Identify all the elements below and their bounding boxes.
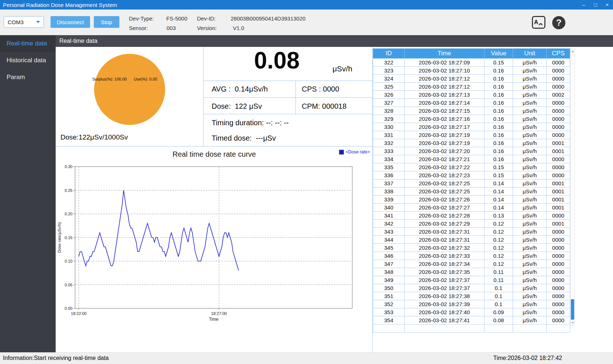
table-header-row: IDTimeValueUnitCPS (373, 49, 570, 59)
table-row[interactable]: 3342026-03-02 18:27:210.16μSv/h0000 (373, 155, 570, 163)
svg-text:18:22:00: 18:22:00 (71, 311, 87, 316)
table-row[interactable]: 3352026-03-02 18:27:220.15μSv/h0000 (373, 163, 570, 171)
table-row[interactable]: 3222026-03-02 18:27:090.15μSv/h0000 (373, 59, 570, 67)
table-row[interactable]: 3242026-03-02 18:27:120.16μSv/h0000 (373, 75, 570, 83)
disconnect-button[interactable]: Disconnect (51, 16, 90, 28)
dose-rate-chart-panel: Real time dose rate curve <Dose rate> 0.… (56, 146, 373, 352)
cpm-cell: CPM: 000018 (296, 98, 373, 115)
current-dose-rate-unit: μSv/h (332, 64, 352, 73)
scroll-up-icon[interactable] (571, 50, 574, 52)
dev-type-label: Dev-Type: (129, 15, 154, 22)
table-row[interactable]: 3282026-03-02 18:27:150.16μSv/h0000 (373, 107, 570, 115)
table-row[interactable]: 3402026-03-02 18:27:270.14μSv/h0001 (373, 204, 570, 212)
sidebar-item-historical-data[interactable]: Historical data (0, 52, 56, 69)
table-row[interactable]: 3522026-03-02 18:27:390.1μSv/h0000 (373, 300, 570, 308)
svg-text:0.05: 0.05 (65, 283, 73, 287)
table-row[interactable]: 3372026-03-02 18:27:250.14μSv/h0001 (373, 179, 570, 187)
table-row[interactable]: 3292026-03-02 18:27:160.16μSv/h0000 (373, 115, 570, 123)
table-row[interactable]: 3512026-03-02 18:27:380.1μSv/h0000 (373, 292, 570, 300)
table-row[interactable]: 3502026-03-02 18:27:370.1μSv/h0000 (373, 284, 570, 292)
avg-cell: AVG : 0.14μSv/h (204, 81, 296, 98)
main-content: Surplus(%): 100.00 Use(%): 0.00 Dose:122… (56, 47, 613, 352)
current-dose-rate-value: 0.08 (215, 47, 339, 74)
column-header-cps[interactable]: CPS (547, 49, 570, 59)
readings-table: IDTimeValueUnitCPS 3222026-03-02 18:27:0… (373, 48, 570, 333)
status-info-text: Information:Start receiving real-time da… (3, 355, 109, 361)
dose-pie-panel: Surplus(%): 100.00 Use(%): 0.00 Dose:122… (56, 47, 204, 146)
com-port-value: COM3 (8, 19, 23, 25)
table-scrollbar[interactable] (570, 48, 575, 326)
status-bar: Information:Start receiving real-time da… (0, 352, 613, 364)
svg-text:Time: Time (209, 317, 219, 322)
table-row[interactable]: 3322026-03-02 18:27:190.16μSv/h0001 (373, 139, 570, 147)
left-region: Surplus(%): 100.00 Use(%): 0.00 Dose:122… (56, 47, 373, 352)
table-row-empty[interactable] (373, 324, 570, 333)
table-row[interactable]: 3232026-03-02 18:27:100.16μSv/h0000 (373, 67, 570, 75)
table-row[interactable]: 3432026-03-02 18:27:310.12μSv/h0000 (373, 228, 570, 236)
table-row[interactable]: 3302026-03-02 18:27:170.16μSv/h0000 (373, 123, 570, 131)
pie-use-label: Use(%): 0.00 (134, 77, 157, 81)
column-header-id[interactable]: ID (373, 49, 405, 59)
dev-id-label: Dev-ID: (197, 15, 216, 22)
scroll-down-icon[interactable] (571, 322, 574, 324)
table-row[interactable]: 3442026-03-02 18:27:310.12μSv/h0000 (373, 236, 570, 244)
sidebar-item-realtime-data[interactable]: Real-time data (0, 35, 56, 52)
chevron-down-icon (36, 21, 40, 23)
table-row[interactable]: 3272026-03-02 18:27:140.16μSv/h0000 (373, 99, 570, 107)
table-row[interactable]: 3472026-03-02 18:27:340.12μSv/h0000 (373, 260, 570, 268)
table-row[interactable]: 3392026-03-02 18:27:260.14μSv/h0001 (373, 196, 570, 204)
help-icon[interactable]: ? (551, 15, 566, 31)
minimize-button[interactable]: – (578, 0, 590, 10)
dev-type-value: FS-5000 (166, 15, 187, 22)
table-row[interactable]: 3252026-03-02 18:27:120.16μSv/h0000 (373, 83, 570, 91)
dose-pie-chart: Surplus(%): 100.00 Use(%): 0.00 (94, 54, 165, 125)
column-header-unit[interactable]: Unit (513, 49, 547, 59)
svg-text:0.20: 0.20 (65, 212, 73, 216)
table-row[interactable]: 3492026-03-02 18:27:370.11μSv/h0000 (373, 276, 570, 284)
stats-grid: AVG : 0.14μSv/h CPS : 0000 Dose: 122 μSv… (204, 81, 373, 114)
cps-cell: CPS : 0000 (296, 81, 373, 98)
dose-rate-curve: 0.000.050.100.150.200.250.3018:22:0018:2… (56, 146, 373, 352)
table-row[interactable]: 3532026-03-02 18:27:400.09μSv/h0000 (373, 308, 570, 316)
version-label: Version: (197, 25, 217, 31)
svg-text:0.30: 0.30 (65, 164, 73, 169)
sidebar-item-param[interactable]: Param (0, 69, 56, 86)
table-row[interactable]: 3452026-03-02 18:27:320.12μSv/h0000 (373, 244, 570, 252)
svg-text:Dose rate(μSv/h): Dose rate(μSv/h) (57, 222, 62, 253)
table-row[interactable]: 3332026-03-02 18:27:200.16μSv/h0001 (373, 147, 570, 155)
sensor-value: 003 (167, 25, 176, 31)
table-row[interactable]: 3462026-03-02 18:27:330.12μSv/h0000 (373, 252, 570, 260)
table-row[interactable]: 3482026-03-02 18:27:350.11μSv/h0000 (373, 268, 570, 276)
toolbar: COM3 Disconnect Stop Dev-Type: FS-5000 S… (0, 10, 613, 35)
scrollbar-thumb[interactable] (571, 299, 574, 320)
close-button[interactable]: × (601, 0, 613, 10)
column-header-value[interactable]: Value (484, 49, 513, 59)
table-row[interactable]: 3262026-03-02 18:27:130.16μSv/h0002 (373, 91, 570, 99)
table-row[interactable]: 3542026-03-02 18:27:410.08μSv/h0000 (373, 316, 570, 324)
sidebar: Real-time data Historical data Param (0, 35, 56, 352)
svg-text:?: ? (556, 18, 562, 27)
table-row[interactable]: 3422026-03-02 18:27:290.12μSv/h0001 (373, 220, 570, 228)
maximize-button[interactable]: □ (590, 0, 601, 10)
com-port-select[interactable]: COM3 (4, 16, 44, 28)
tab-strip: Real-time data (56, 35, 613, 47)
readings-table-panel: IDTimeValueUnitCPS 3222026-03-02 18:27:0… (373, 48, 575, 327)
svg-text:0.25: 0.25 (65, 188, 73, 193)
stop-button[interactable]: Stop (94, 16, 119, 28)
svg-text:0.00: 0.00 (65, 306, 73, 311)
window-controls: – □ × (578, 0, 613, 10)
svg-text:0.15: 0.15 (65, 235, 73, 240)
table-row[interactable]: 3382026-03-02 18:27:250.14μSv/h0001 (373, 187, 570, 196)
timing-duration-text: Timing duration: --: --: -- (212, 119, 289, 127)
stats-panel: 0.08 μSv/h AVG : 0.14μSv/h CPS : 0000 Do… (204, 47, 373, 146)
table-row[interactable]: 3362026-03-02 18:27:230.15μSv/h0000 (373, 171, 570, 179)
svg-text:A: A (534, 19, 538, 25)
table-row[interactable]: 3312026-03-02 18:27:190.16μSv/h0000 (373, 131, 570, 139)
window-title: Personal Radiation Dose Management Syste… (0, 2, 578, 8)
language-icon[interactable]: A (532, 16, 546, 30)
tab-realtime-data[interactable]: Real-time data (56, 38, 97, 44)
dose-total-caption: Dose:122μSv/1000Sv (60, 133, 128, 141)
status-time-text: Time:2026-03-02 18:27:42 (493, 355, 562, 361)
column-header-time[interactable]: Time (405, 49, 484, 59)
table-row[interactable]: 3412026-03-02 18:27:280.13μSv/h0000 (373, 212, 570, 220)
